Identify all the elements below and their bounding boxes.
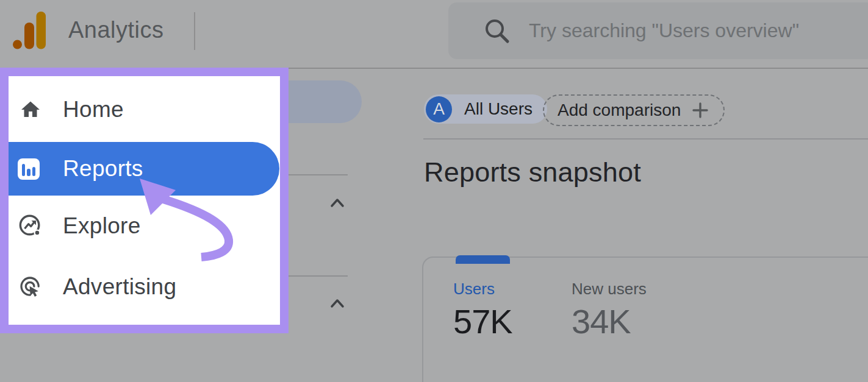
explore-icon (18, 213, 43, 239)
menu-item-label: Advertising (63, 274, 176, 300)
metric-label: Users (453, 281, 569, 297)
header-divider (423, 138, 868, 140)
page-title: Reports snapshot (424, 157, 641, 188)
search-icon (482, 16, 512, 46)
menu-item-advertising[interactable]: Advertising (9, 269, 279, 305)
analytics-home-link[interactable]: Analytics (12, 10, 164, 50)
add-comparison-label: Add comparison (558, 101, 681, 120)
all-users-comparison-chip[interactable]: A All Users (424, 94, 547, 124)
comparison-chip-label: All Users (464, 99, 533, 119)
reports-bar-chart-icon (18, 158, 40, 180)
advertising-icon (18, 274, 43, 300)
top-app-bar: Analytics (0, 0, 868, 69)
metric-tab-users[interactable]: Users 57K (453, 281, 569, 339)
menu-item-explore[interactable]: Explore (9, 208, 279, 244)
metric-tab-new-users[interactable]: New users 34K (572, 281, 687, 339)
brand-title: Analytics (68, 17, 164, 43)
menu-item-reports[interactable]: Reports (9, 142, 279, 196)
home-icon (18, 97, 43, 122)
metric-value: 34K (572, 305, 687, 339)
menu-item-label: Explore (63, 213, 141, 239)
search-input[interactable] (528, 19, 857, 43)
chevron-up-icon[interactable] (330, 198, 345, 208)
menu-item-label: Reports (63, 156, 143, 182)
chevron-up-icon[interactable] (330, 299, 345, 308)
selected-metric-tab-indicator (456, 255, 510, 264)
ga-screenshot: Analytics A All Users Add comparison Rep… (0, 0, 868, 382)
menu-item-label: Home (63, 97, 124, 122)
highlighted-nav-panel: Home Reports Explore (0, 68, 289, 333)
plus-icon (690, 101, 710, 120)
add-comparison-button[interactable]: Add comparison (543, 94, 725, 126)
google-analytics-logo-icon (12, 10, 46, 50)
menu-item-home[interactable]: Home (9, 90, 279, 129)
metric-label: New users (572, 281, 687, 297)
comparison-avatar: A (426, 96, 452, 122)
global-search-bar[interactable] (448, 2, 868, 59)
topbar-divider (194, 12, 195, 50)
metric-value: 57K (453, 305, 569, 339)
